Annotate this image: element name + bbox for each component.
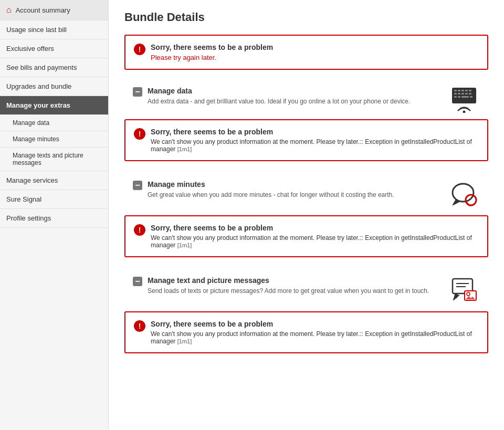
collapse-icon[interactable]: − [133,181,142,190]
error-icon: ! [134,224,145,236]
sidebar-item-manage-extras[interactable]: Manage your extras [0,96,108,115]
main-content: Bundle Details ! Sorry, there seems to b… [109,0,504,430]
section-error-manage-texts: !Sorry, there seems to be a problemWe ca… [124,311,488,353]
sidebar-item-label: Manage minutes [13,135,59,143]
svg-rect-12 [458,96,460,98]
sidebar-item-label: Manage data [13,119,49,127]
collapse-icon[interactable]: − [133,277,142,286]
svg-rect-10 [469,93,471,95]
svg-point-15 [463,111,465,113]
error-title: Sorry, there seems to be a problem [151,43,273,51]
svg-rect-6 [454,93,457,95]
svg-rect-7 [458,93,460,95]
sections-container: −Manage dataAdd extra data - and get bri… [124,80,488,353]
sidebar-item-label: Sure Signal [6,195,41,203]
svg-rect-11 [454,96,457,98]
error-title: Sorry, there seems to be a problem [151,128,479,136]
section-title: Manage minutes [148,180,394,188]
error-body: We can't show you any product informatio… [151,234,479,249]
svg-rect-5 [469,90,471,91]
section-manage-minutes: −Manage minutesGet great value when you … [124,174,488,257]
data-icon [450,87,479,113]
section-error-manage-data: !Sorry, there seems to be a problemWe ca… [124,119,488,161]
error-icon: ! [134,44,145,55]
section-desc: Get great value when you add more minute… [148,191,394,200]
section-header-manage-data: −Manage dataAdd extra data - and get bri… [124,80,488,119]
svg-rect-14 [470,96,472,98]
svg-rect-4 [465,90,468,91]
section-icon-data [448,87,480,113]
sidebar-item-upgrades-bundle[interactable]: Upgrades and bundle [0,77,108,96]
error-body: We can't show you any product informatio… [151,138,479,153]
home-icon: ⌂ [6,5,12,15]
section-desc: Send loads of texts or picture messages?… [148,287,429,296]
svg-rect-3 [461,90,464,91]
sidebar-item-usage-last-bill[interactable]: Usage since last bill [0,20,108,39]
svg-point-17 [466,195,476,205]
section-icon-minutes [448,180,480,209]
messages-icon [450,276,479,305]
sidebar-item-manage-minutes[interactable]: Manage minutes [0,131,108,148]
sidebar-item-label: Account summary [16,6,70,14]
sidebar-item-label: Upgrades and bundle [6,82,71,90]
section-manage-texts: −Manage text and picture messagesSend lo… [124,270,488,353]
sidebar-item-profile-settings[interactable]: Profile settings [0,209,108,228]
svg-rect-8 [461,93,464,95]
svg-point-16 [453,184,474,202]
sidebar-item-manage-texts[interactable]: Manage texts and picture messages [0,148,108,171]
collapse-icon[interactable]: − [133,87,142,97]
sidebar-item-label: Manage your extras [6,101,70,109]
svg-rect-1 [454,90,457,91]
section-desc: Add extra data - and get brilliant value… [148,97,410,106]
section-title: Manage data [148,87,410,95]
section-manage-data: −Manage dataAdd extra data - and get bri… [124,80,488,161]
sidebar-item-account-summary[interactable]: ⌂Account summary [0,0,108,20]
sidebar-item-manage-data[interactable]: Manage data [0,115,108,131]
minutes-icon [450,180,479,209]
top-error-box: ! Sorry, there seems to be a problem Ple… [124,35,488,70]
sidebar-item-exclusive-offers[interactable]: Exclusive offers [0,39,108,58]
svg-rect-2 [458,90,460,91]
svg-rect-9 [465,93,468,95]
error-content: Sorry, there seems to be a problem Pleas… [151,43,273,61]
error-icon: ! [134,320,145,332]
section-title: Manage text and picture messages [148,276,429,285]
error-title: Sorry, there seems to be a problem [151,224,479,232]
sidebar-item-label: Usage since last bill [6,26,67,34]
sidebar-item-manage-services[interactable]: Manage services [0,171,108,190]
svg-rect-13 [461,96,469,98]
page-title: Bundle Details [124,11,488,24]
error-icon: ! [134,128,145,140]
error-body: We can't show you any product informatio… [151,330,479,345]
sidebar-item-label: Profile settings [6,214,51,222]
sidebar-item-see-bills-payments[interactable]: See bills and payments [0,58,108,77]
error-subtitle: Please try again later. [151,54,273,61]
sidebar-item-sure-signal[interactable]: Sure Signal [0,190,108,209]
section-icon-messages [448,276,480,305]
sidebar-item-label: See bills and payments [6,64,77,71]
section-header-manage-minutes: −Manage minutesGet great value when you … [124,174,488,215]
sidebar: ⌂Account summaryUsage since last billExc… [0,0,109,430]
sidebar-item-label: Manage texts and picture messages [13,152,102,166]
section-header-manage-texts: −Manage text and picture messagesSend lo… [124,270,488,311]
sidebar-item-label: Exclusive offers [6,45,54,53]
sidebar-item-label: Manage services [6,176,58,184]
section-error-manage-minutes: !Sorry, there seems to be a problemWe ca… [124,215,488,257]
error-title: Sorry, there seems to be a problem [151,320,479,328]
